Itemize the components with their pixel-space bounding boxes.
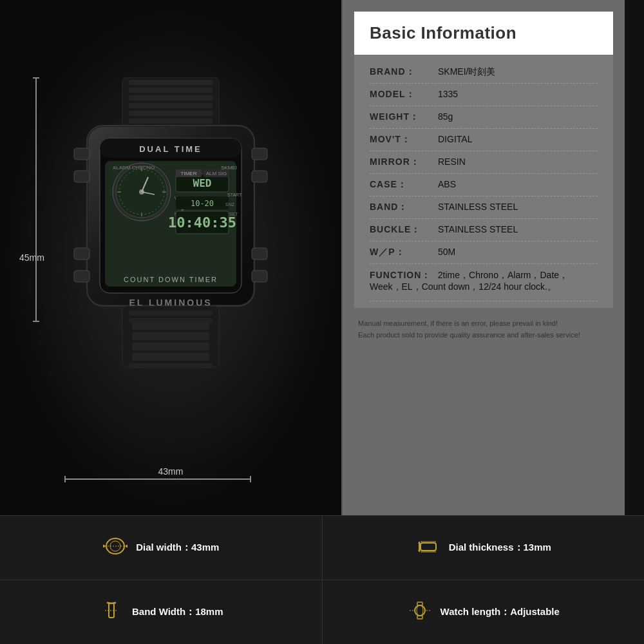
info-row-model: MODEL： 1335 — [370, 84, 598, 106]
svg-rect-81 — [417, 616, 422, 619]
bottom-cell-watch-length: Watch length：Adjustable — [323, 580, 645, 644]
bottom-row-2: Band Width：18mm Watch length：Adjustable — [0, 580, 644, 644]
info-row-weight: WEIGHT： 85g — [370, 106, 598, 129]
info-key-wp: W／P： — [370, 247, 434, 258]
watch-image: DUAL TIME — [48, 77, 293, 451]
info-val-brand: SKMEI/时刻美 — [438, 66, 495, 78]
info-key-mirror: MIRROR： — [370, 156, 434, 168]
svg-rect-1 — [129, 80, 213, 85]
dimension-line-vertical — [35, 77, 37, 322]
svg-text:COUNT DOWN TIMER: COUNT DOWN TIMER — [124, 276, 218, 283]
svg-rect-55 — [132, 353, 209, 361]
svg-rect-14 — [252, 171, 267, 182]
bottom-row-1: Dial width：43mm Dial thickness：13mm — [0, 515, 644, 580]
svg-rect-15 — [252, 248, 267, 260]
info-key-weight: WEIGHT： — [370, 111, 434, 123]
info-note: Manual measurement, if there is an error… — [358, 314, 609, 345]
info-val-band: STAINLESS STEEL — [438, 202, 518, 212]
bottom-cell-dial-thickness: Dial thickness：13mm — [323, 516, 645, 580]
svg-marker-64 — [104, 545, 106, 547]
watch-length-label: Watch length：Adjustable — [440, 606, 560, 618]
svg-text:SKMEI: SKMEI — [221, 165, 237, 171]
svg-rect-12 — [74, 270, 90, 282]
info-val-function1: 2time，Chrono，Alarm，Date， — [438, 270, 568, 280]
info-val-movt: DIGITAL — [438, 134, 472, 144]
watch-image-area: 45mm 43mm — [0, 0, 341, 515]
dimension-label-width: 43mm — [158, 466, 184, 477]
info-val-wp: 50M — [438, 247, 455, 257]
svg-text:TIMER: TIMER — [181, 171, 197, 176]
info-note-line1: Manual measurement, if there is an error… — [358, 318, 609, 330]
info-body: BRAND： SKMEI/时刻美 MODEL： 1335 WEIGHT： 85g… — [354, 55, 613, 308]
svg-rect-16 — [252, 270, 267, 282]
dial-thickness-label: Dial thickness：13mm — [449, 542, 551, 554]
info-key-model: MODEL： — [370, 89, 434, 100]
page-title: Basic Information — [370, 23, 598, 43]
svg-rect-4 — [129, 103, 213, 108]
svg-text:ALM SIG: ALM SIG — [206, 171, 227, 176]
bottom-cell-dial-width: Dial width：43mm — [0, 516, 323, 580]
svg-marker-70 — [418, 542, 421, 544]
svg-rect-13 — [252, 148, 267, 160]
bottom-cell-band-width: Band Width：18mm — [0, 580, 323, 644]
info-row-wp: W／P： 50M — [370, 242, 598, 264]
info-key-movt: MOV'T： — [370, 134, 434, 146]
watch-length-icon — [407, 601, 433, 624]
info-key-case: CASE： — [370, 179, 434, 191]
svg-point-79 — [415, 605, 425, 616]
info-row-mirror: MIRROR： RESIN — [370, 151, 598, 174]
svg-rect-6 — [129, 118, 213, 124]
svg-text:ALARM CHRONO: ALARM CHRONO — [113, 165, 155, 171]
dial-width-icon — [102, 536, 128, 560]
dimension-label-height: 45mm — [19, 252, 44, 263]
info-row-movt: MOV'T： DIGITAL — [370, 129, 598, 151]
info-key-brand: BRAND： — [370, 66, 434, 78]
svg-text:DUAL TIME: DUAL TIME — [139, 144, 202, 154]
svg-rect-54 — [132, 343, 209, 350]
svg-text:START: START — [227, 193, 242, 197]
info-note-line2: Each product sold to provide quality ass… — [358, 330, 609, 341]
svg-rect-5 — [129, 111, 213, 116]
svg-rect-57 — [129, 318, 213, 323]
info-key-buckle: BUCKLE： — [370, 224, 434, 236]
dial-thickness-icon — [415, 536, 441, 560]
svg-text:WED: WED — [193, 177, 212, 189]
info-row-brand: BRAND： SKMEI/时刻美 — [370, 61, 598, 84]
info-panel: Basic Information BRAND： SKMEI/时刻美 MODEL… — [341, 0, 625, 515]
svg-rect-9 — [74, 148, 90, 160]
svg-text:10-20: 10-20 — [191, 199, 214, 208]
svg-rect-58 — [129, 363, 213, 368]
dimension-line-horizontal — [64, 478, 251, 480]
info-val-mirror: RESIN — [438, 156, 466, 167]
svg-rect-3 — [129, 95, 213, 100]
svg-rect-66 — [421, 543, 436, 551]
bottom-bar: Dial width：43mm Dial thickness：13mm — [0, 515, 644, 644]
info-row-function: FUNCTION： 2time，Chrono，Alarm，Date， Week，… — [370, 264, 598, 301]
info-header: Basic Information — [354, 12, 613, 55]
info-key-function: FUNCTION： — [370, 270, 431, 280]
info-row-band: BAND： STAINLESS STEEL — [370, 196, 598, 219]
info-val-model: 1335 — [438, 89, 458, 99]
dial-width-label: Dial width：43mm — [136, 542, 219, 554]
info-key-band: BAND： — [370, 202, 434, 213]
svg-rect-56 — [129, 310, 213, 316]
info-val-case: ABS — [438, 179, 456, 189]
info-row-case: CASE： ABS — [370, 174, 598, 196]
svg-text:SNZ: SNZ — [225, 202, 235, 207]
info-row-buckle: BUCKLE： STAINLESS STEEL — [370, 219, 598, 242]
svg-text:10:40:35: 10:40:35 — [168, 214, 236, 231]
svg-rect-53 — [132, 332, 209, 340]
svg-rect-11 — [74, 248, 90, 260]
svg-marker-65 — [125, 545, 127, 547]
svg-rect-2 — [129, 88, 213, 93]
band-width-label: Band Width：18mm — [132, 606, 223, 618]
svg-rect-80 — [417, 602, 422, 605]
info-val-weight: 85g — [438, 111, 453, 122]
info-val-function2: Week，EL，Count down，12/24 hour clock.。 — [370, 281, 598, 298]
svg-rect-10 — [74, 171, 90, 182]
svg-marker-71 — [418, 550, 421, 552]
band-width-icon — [99, 601, 124, 624]
info-val-buckle: STAINLESS STEEL — [438, 224, 518, 234]
